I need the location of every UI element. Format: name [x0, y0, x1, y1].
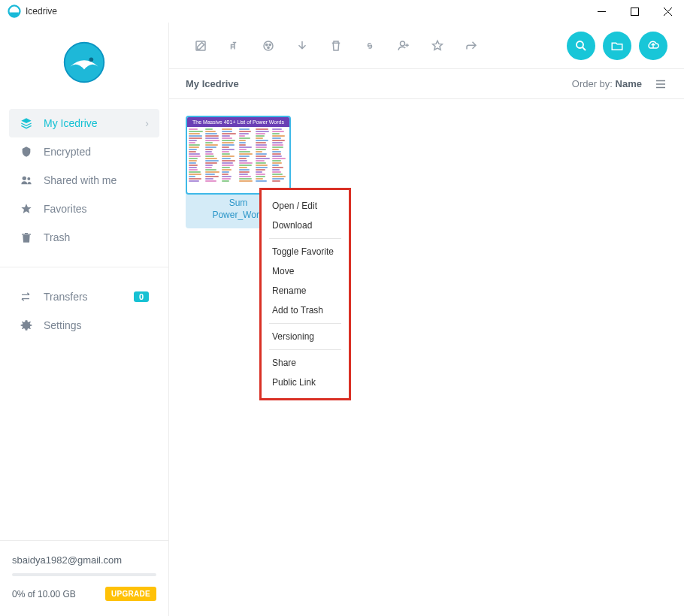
search-button[interactable] [567, 32, 595, 60]
breadcrumb-bar: My Icedrive Order by: Name [169, 69, 684, 99]
sidebar-item-label: Transfers [44, 291, 88, 303]
people-icon [20, 174, 33, 186]
file-grid: The Massive 401+ List of Power Words Sum… [169, 99, 684, 616]
svg-point-5 [23, 177, 26, 180]
context-menu-divider [269, 323, 341, 324]
svg-point-9 [266, 44, 268, 45]
link-button[interactable] [355, 31, 385, 61]
sidebar-item-label: Trash [44, 231, 70, 243]
context-menu-item-versioning[interactable]: Versioning [262, 327, 349, 346]
transfers-badge: 0 [134, 291, 149, 302]
sidebar-item-label: Encrypted [44, 146, 91, 158]
trash-icon [20, 231, 33, 243]
window-title: Icedrive [26, 6, 57, 17]
app-logo-icon [8, 5, 21, 18]
view-list-button[interactable] [654, 77, 667, 91]
svg-point-12 [401, 41, 405, 46]
transfer-icon [20, 291, 33, 303]
sidebar-item-label: Shared with me [44, 174, 117, 186]
brand-logo-icon [62, 40, 107, 85]
forward-button[interactable] [456, 31, 486, 61]
storage-usage-text: 0% of 10.00 GB [12, 589, 76, 599]
context-menu-item-toggle-favorite[interactable]: Toggle Favorite [262, 242, 349, 261]
sidebar-footer: sbaidya1982@gmail.com 0% of 10.00 GB UPG… [0, 540, 168, 616]
context-menu-divider [269, 238, 341, 239]
file-thumbnail[interactable]: The Massive 401+ List of Power Words [186, 116, 291, 195]
window-maximize-button[interactable] [618, 0, 651, 23]
sidebar-item-label: My Icedrive [44, 117, 98, 129]
chevron-right-icon: › [145, 117, 149, 129]
svg-point-10 [269, 44, 271, 45]
window-titlebar: Icedrive [0, 0, 684, 23]
window-minimize-button[interactable] [585, 0, 618, 23]
context-menu-item-open-edit[interactable]: Open / Edit [262, 196, 349, 216]
svg-point-11 [268, 47, 269, 48]
layers-icon [20, 117, 33, 129]
context-menu-item-move[interactable]: Move [262, 261, 349, 281]
main-area: My Icedrive Order by: Name The Massive 4… [169, 23, 684, 616]
sidebar-item-settings[interactable]: Settings [9, 311, 159, 340]
upgrade-button[interactable]: UPGRADE [105, 587, 156, 601]
color-button[interactable] [253, 31, 283, 61]
favorite-button[interactable] [422, 31, 452, 61]
svg-point-6 [27, 177, 30, 180]
sidebar-item-transfers[interactable]: Transfers 0 [9, 282, 159, 311]
delete-button[interactable] [321, 31, 351, 61]
context-menu-item-public-link[interactable]: Public Link [262, 373, 349, 392]
sidebar-item-trash[interactable]: Trash [9, 223, 159, 252]
svg-rect-1 [631, 8, 638, 15]
context-menu-item-share[interactable]: Share [262, 353, 349, 373]
context-menu-divider [269, 349, 341, 350]
context-menu-item-add-to-trash[interactable]: Add to Trash [262, 300, 349, 320]
context-menu-item-download[interactable]: Download [262, 216, 349, 235]
sidebar-item-label: Favorites [44, 203, 87, 215]
sidebar-item-shared[interactable]: Shared with me [9, 166, 159, 195]
storage-progress-bar [12, 573, 156, 576]
star-icon [20, 203, 33, 215]
sidebar-item-label: Settings [44, 319, 82, 331]
share-user-button[interactable] [389, 31, 419, 61]
sort-control[interactable]: Order by: Name [572, 78, 642, 89]
svg-point-13 [577, 41, 583, 48]
context-menu: Open / EditDownloadToggle FavoriteMoveRe… [259, 188, 351, 400]
edit-button[interactable] [186, 31, 216, 61]
sidebar: My Icedrive › Encrypted Shared with me F… [0, 23, 169, 616]
sidebar-item-encrypted[interactable]: Encrypted [9, 137, 159, 166]
gear-icon [20, 319, 33, 331]
toolbar [169, 23, 684, 69]
context-menu-item-rename[interactable]: Rename [262, 281, 349, 300]
new-folder-button[interactable] [603, 32, 631, 60]
download-button[interactable] [287, 31, 317, 61]
thumbnail-title: The Massive 401+ List of Power Words [187, 117, 289, 127]
rename-button[interactable] [219, 31, 250, 61]
upload-button[interactable] [639, 32, 667, 60]
sidebar-item-favorites[interactable]: Favorites [9, 195, 159, 223]
svg-point-4 [89, 57, 94, 62]
user-email: sbaidya1982@gmail.com [12, 554, 156, 566]
shield-icon [20, 146, 33, 158]
svg-point-8 [264, 41, 273, 50]
breadcrumb[interactable]: My Icedrive [186, 78, 239, 89]
sidebar-item-my-icedrive[interactable]: My Icedrive › [9, 109, 159, 137]
window-close-button[interactable] [651, 0, 684, 23]
